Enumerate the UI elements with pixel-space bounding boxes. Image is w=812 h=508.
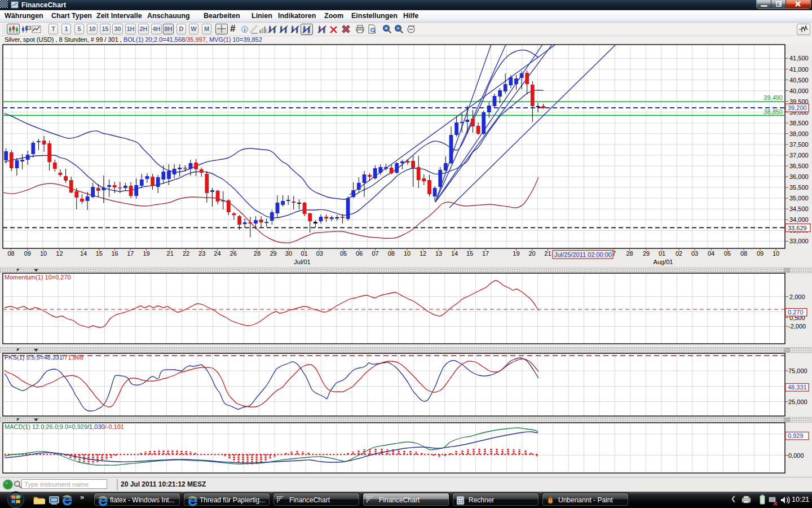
svg-text:38,850: 38,850 (764, 108, 783, 115)
svg-text:24: 24 (214, 250, 220, 257)
svg-text:40,500: 40,500 (789, 77, 809, 84)
svg-text:Silver, spot (USD) , 8 Stunden: Silver, spot (USD) , 8 Stunden, # 99 / 3… (5, 36, 262, 43)
svg-text:17: 17 (482, 250, 489, 257)
svg-text:30: 30 (285, 250, 292, 257)
svg-text:07: 07 (372, 250, 378, 257)
svg-text:25,000: 25,000 (788, 398, 807, 405)
svg-text:41,000: 41,000 (789, 66, 809, 73)
svg-text:23: 23 (198, 250, 205, 257)
svg-text:MACD(1) 12.0;26.0;9.0=0,929/1,: MACD(1) 12.0;26.0;9.0=0,929/1,030/-0,101 (5, 423, 124, 430)
svg-text:28: 28 (254, 250, 261, 257)
svg-text:0,270: 0,270 (788, 309, 804, 316)
svg-text:06: 06 (356, 250, 363, 257)
svg-text:38,000: 38,000 (789, 130, 809, 137)
svg-text:37,500: 37,500 (789, 141, 809, 148)
svg-text:08: 08 (740, 250, 747, 257)
svg-text:05: 05 (340, 250, 347, 257)
svg-text:28: 28 (626, 250, 633, 257)
svg-text:03: 03 (691, 250, 698, 257)
svg-text:19: 19 (143, 250, 149, 257)
svg-text:Aug/01: Aug/01 (654, 259, 673, 265)
svg-text:14: 14 (451, 250, 458, 257)
svg-text:17: 17 (127, 250, 134, 257)
svg-text:PKS(1) 5;5;5=48,331/71,868: PKS(1) 5;5;5=48,331/71,868 (5, 354, 83, 361)
svg-text:01: 01 (659, 250, 665, 257)
svg-text:02: 02 (676, 250, 682, 257)
svg-text:29: 29 (643, 250, 650, 257)
svg-text:37,000: 37,000 (789, 152, 809, 159)
svg-text:0,000: 0,000 (788, 452, 804, 459)
svg-text:10: 10 (40, 250, 47, 257)
svg-text:34,000: 34,000 (789, 216, 809, 223)
svg-text:20: 20 (528, 250, 535, 257)
svg-text:10: 10 (773, 250, 779, 257)
svg-text:12: 12 (420, 250, 426, 257)
svg-text:0,929: 0,929 (788, 432, 804, 439)
svg-text:35,500: 35,500 (789, 184, 809, 191)
svg-text:09: 09 (757, 250, 764, 257)
svg-text:04: 04 (708, 250, 714, 257)
svg-text:40,000: 40,000 (789, 87, 809, 94)
svg-text:21: 21 (544, 250, 551, 257)
svg-text:05: 05 (724, 250, 731, 257)
svg-text:36,500: 36,500 (789, 163, 809, 169)
svg-text:22: 22 (183, 250, 189, 257)
svg-text:08: 08 (388, 250, 395, 257)
svg-text:15: 15 (96, 250, 103, 257)
svg-text:41,500: 41,500 (789, 55, 809, 62)
svg-text:35,000: 35,000 (789, 195, 809, 202)
svg-text:12: 12 (56, 250, 63, 257)
svg-text:19: 19 (513, 250, 519, 257)
svg-text:36,000: 36,000 (789, 173, 809, 180)
svg-text:33,629: 33,629 (788, 225, 807, 231)
svg-text:39,200: 39,200 (788, 104, 807, 111)
svg-text:26: 26 (230, 250, 237, 257)
svg-text:33,000: 33,000 (789, 238, 809, 244)
svg-text:15: 15 (466, 250, 473, 257)
svg-text:03: 03 (316, 250, 323, 257)
svg-text:10: 10 (404, 250, 411, 257)
svg-text:16: 16 (111, 250, 118, 257)
svg-text:13: 13 (435, 250, 442, 257)
svg-text:38,500: 38,500 (789, 120, 809, 126)
svg-text:39,490: 39,490 (764, 94, 783, 101)
svg-text:Momentum(1) 10=0,270: Momentum(1) 10=0,270 (5, 274, 71, 281)
svg-text:-2,000: -2,000 (788, 323, 806, 330)
svg-text:Jul/01: Jul/01 (294, 259, 310, 265)
svg-text:09: 09 (24, 250, 31, 257)
svg-text:21: 21 (167, 250, 174, 257)
svg-text:34,500: 34,500 (789, 205, 809, 212)
svg-text:08: 08 (7, 250, 14, 257)
svg-text:Jul/25/2011 02:00:00: Jul/25/2011 02:00:00 (554, 251, 612, 258)
svg-text:75,000: 75,000 (788, 367, 807, 374)
svg-text:14: 14 (80, 250, 87, 257)
svg-text:2,000: 2,000 (789, 294, 805, 300)
svg-text:29: 29 (270, 250, 276, 257)
svg-text:01: 01 (301, 250, 307, 257)
svg-text:48,331: 48,331 (788, 384, 807, 391)
